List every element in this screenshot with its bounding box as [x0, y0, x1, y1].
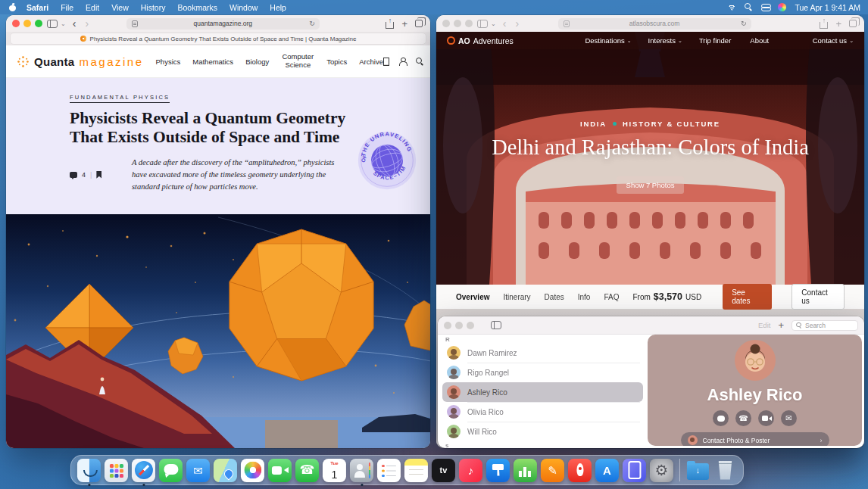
- dock-icon-reminders[interactable]: [377, 459, 401, 482]
- sidebar-chevron-icon[interactable]: ⌄: [491, 20, 496, 27]
- menu-item[interactable]: Help: [270, 3, 286, 12]
- active-tab[interactable]: Physicists Reveal a Quantum Geometry Tha…: [11, 33, 426, 44]
- ao-nav-item[interactable]: About: [750, 36, 771, 45]
- page-icon[interactable]: [564, 20, 570, 27]
- menu-item[interactable]: Edit: [86, 3, 99, 12]
- close-button[interactable]: [12, 20, 20, 27]
- new-tab-icon[interactable]: +: [835, 19, 841, 29]
- wifi-icon[interactable]: [727, 4, 736, 11]
- forward-button[interactable]: ›: [83, 18, 91, 29]
- menu-bar-clock[interactable]: Tue Apr 1 9:41 AM: [795, 3, 860, 12]
- dock-icon-numbers[interactable]: [514, 459, 537, 482]
- contact-row[interactable]: Ashley Rico: [442, 382, 643, 402]
- add-contact-button[interactable]: +: [778, 319, 784, 331]
- menu-item[interactable]: File: [61, 3, 73, 12]
- dock-icon-downloads[interactable]: ↓: [686, 459, 710, 482]
- traffic-lights[interactable]: [444, 322, 474, 329]
- breadcrumb-category[interactable]: HISTORY & CULTURE: [623, 120, 720, 128]
- reload-icon[interactable]: ↻: [309, 20, 315, 27]
- address-bar[interactable]: atlasobscura.com ↻: [558, 18, 751, 30]
- video-call-button[interactable]: [758, 410, 774, 426]
- trip-tab[interactable]: Itinerary: [503, 293, 530, 301]
- quanta-nav-item[interactable]: Physics: [156, 58, 181, 66]
- trip-tab[interactable]: Info: [578, 293, 591, 301]
- comment-icon[interactable]: [70, 172, 77, 178]
- contact-row[interactable]: Olivia Rico: [442, 402, 643, 422]
- traffic-lights[interactable]: [12, 20, 42, 27]
- share-icon[interactable]: [386, 19, 394, 29]
- article-title[interactable]: Physicists Reveal a Quantum Geometry Tha…: [70, 109, 354, 146]
- tab-overview-icon[interactable]: [415, 20, 423, 27]
- sidebar-toggle-icon[interactable]: [47, 20, 58, 28]
- minimize-button[interactable]: [23, 20, 31, 27]
- call-button[interactable]: [735, 410, 751, 426]
- minimize-button[interactable]: [454, 20, 461, 27]
- dock-icon-calendar[interactable]: Tue 1: [323, 459, 346, 482]
- quanta-logo[interactable]: Quantamagazine: [17, 55, 144, 68]
- apple-menu-icon[interactable]: [9, 4, 16, 11]
- share-icon[interactable]: [820, 19, 828, 29]
- search-icon[interactable]: [416, 58, 424, 66]
- zoom-button[interactable]: [467, 322, 474, 329]
- new-tab-icon[interactable]: +: [401, 19, 407, 29]
- tab-overview-icon[interactable]: [849, 20, 857, 27]
- contact-photo-poster-row[interactable]: Contact Photo & Poster ›: [681, 432, 829, 446]
- quanta-nav-item[interactable]: Archive: [359, 58, 383, 66]
- menu-item[interactable]: Window: [229, 3, 258, 12]
- trip-tab[interactable]: Dates: [545, 293, 564, 301]
- back-button[interactable]: ‹: [501, 18, 509, 29]
- contact-detail-avatar[interactable]: [735, 340, 776, 381]
- ao-nav-contact-us[interactable]: Contact us⌄: [813, 36, 854, 45]
- spotlight-icon[interactable]: [745, 3, 753, 11]
- ao-nav-item[interactable]: Interests⌄: [648, 36, 682, 45]
- reload-icon[interactable]: ↻: [741, 20, 747, 27]
- dock-icon-music[interactable]: ♪: [459, 459, 482, 482]
- menu-item[interactable]: History: [141, 3, 166, 12]
- address-bar[interactable]: quantamagazine.org ↻: [126, 18, 320, 30]
- ao-nav-item[interactable]: Trip finder: [699, 36, 733, 45]
- trip-tab[interactable]: FAQ: [604, 293, 619, 301]
- dock-icon-facetime[interactable]: [268, 459, 292, 482]
- back-button[interactable]: ‹: [70, 18, 79, 29]
- control-center-icon[interactable]: [761, 4, 770, 11]
- dock-icon-iphone-mirroring[interactable]: [623, 459, 646, 482]
- bookmark-icon[interactable]: [383, 58, 389, 66]
- contact-row[interactable]: Dawn Ramirez: [442, 343, 643, 363]
- show-photos-button[interactable]: Show 7 Photos: [617, 176, 685, 194]
- close-button[interactable]: [444, 322, 451, 329]
- zoom-button[interactable]: [35, 20, 42, 27]
- dock-icon-app-store[interactable]: A: [595, 459, 619, 482]
- article-category[interactable]: FUNDAMENTAL PHYSICS: [70, 94, 170, 103]
- contact-us-button[interactable]: Contact us: [792, 284, 845, 310]
- quanta-nav-item[interactable]: Mathematics: [192, 58, 233, 66]
- dock-icon-tv[interactable]: tv: [432, 459, 455, 482]
- contacts-search-field[interactable]: Search: [792, 320, 858, 331]
- dock-icon-contacts[interactable]: [350, 459, 373, 482]
- dock-icon-photos[interactable]: [241, 459, 264, 482]
- quanta-nav-item[interactable]: Topics: [326, 58, 347, 66]
- dock-icon-trash[interactable]: [713, 459, 737, 482]
- account-icon[interactable]: [399, 58, 406, 66]
- dock-icon-messages[interactable]: [159, 459, 183, 482]
- zoom-button[interactable]: [465, 20, 473, 27]
- siri-icon[interactable]: [778, 3, 786, 11]
- save-article-icon[interactable]: [96, 171, 101, 179]
- menu-item[interactable]: Safari: [27, 3, 48, 12]
- dock-icon-safari[interactable]: [132, 459, 155, 482]
- minimize-button[interactable]: [455, 322, 463, 329]
- breadcrumb-country[interactable]: INDIA: [580, 120, 607, 128]
- ao-adventures-logo[interactable]: AOAdventures: [447, 36, 514, 45]
- sidebar-chevron-icon[interactable]: ⌄: [61, 20, 66, 27]
- quanta-nav-item[interactable]: Computer Science: [281, 53, 314, 70]
- contact-row[interactable]: Rigo Rangel: [442, 363, 643, 382]
- trip-tab[interactable]: Overview: [456, 293, 489, 301]
- dock-icon-system-settings[interactable]: ⚙: [650, 459, 673, 482]
- dock-icon-rocket-app[interactable]: [568, 459, 592, 482]
- email-button[interactable]: [781, 410, 797, 426]
- dock-icon-launchpad[interactable]: [105, 459, 128, 482]
- dock-icon-phone[interactable]: ☎: [295, 459, 319, 482]
- menu-item[interactable]: View: [111, 3, 129, 12]
- dock-icon-maps[interactable]: [214, 459, 237, 482]
- sidebar-toggle-icon[interactable]: [491, 321, 501, 329]
- forward-button[interactable]: ›: [513, 18, 521, 29]
